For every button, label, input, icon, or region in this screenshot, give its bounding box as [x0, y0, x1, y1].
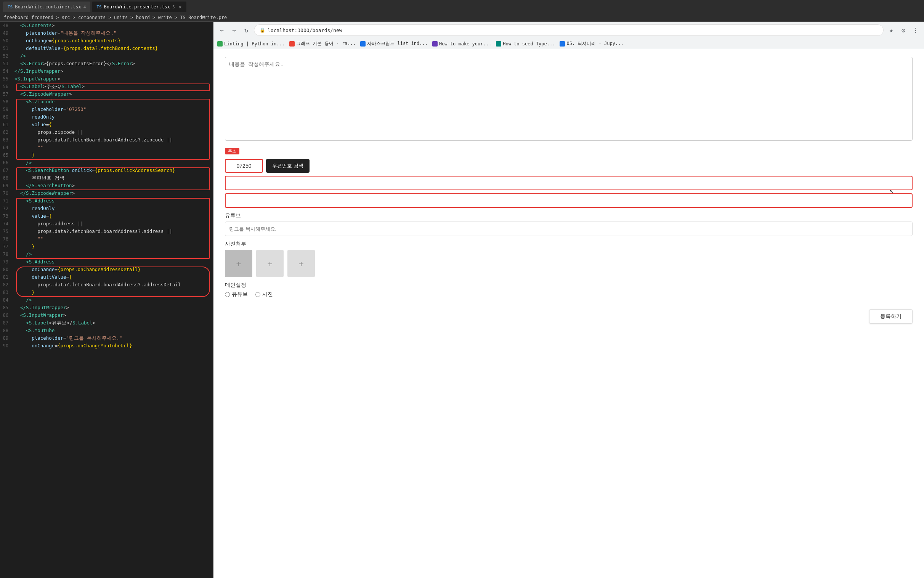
line-number: 86 — [0, 312, 15, 319]
zipcode-input[interactable] — [225, 159, 263, 173]
tab-container[interactable]: TS BoardWrite.container.tsx 4 — [3, 2, 90, 12]
line-number: 50 — [0, 37, 15, 45]
code-line: 79 <S.Address — [0, 258, 213, 266]
code-line: 57 <S.ZipcodeWrapper> — [0, 90, 213, 98]
code-content: } — [15, 243, 35, 250]
radio-photo[interactable] — [255, 292, 260, 297]
radio-youtube-item[interactable]: 유튜브 — [225, 291, 248, 298]
youtube-input[interactable] — [225, 221, 913, 236]
code-content: /> — [15, 296, 32, 304]
code-line: 62 props.zipcode || — [0, 128, 213, 136]
code-line: 49 placeholder="내용을 작성해주세요." — [0, 29, 213, 37]
code-content: <S.Label>주소</S.Label> — [15, 83, 84, 90]
code-content: } — [15, 151, 35, 159]
code-content: </S.InputWrapper> — [15, 304, 69, 312]
photo-section: 사진첨부 + + + — [225, 240, 913, 277]
youtube-section: 유튜브 — [225, 213, 913, 236]
photo-box-2[interactable]: + — [256, 250, 284, 277]
code-content: "" — [15, 144, 43, 151]
tab-close-btn[interactable]: × — [179, 4, 182, 10]
line-number: 63 — [0, 136, 15, 144]
lock-icon: 🔒 — [259, 28, 265, 33]
code-line: 67 <S.SearchButton onClick={props.onClic… — [0, 167, 213, 174]
address-input-main[interactable] — [225, 176, 913, 190]
breadcrumb-text: freeboard_frontend > src > components > … — [4, 15, 227, 20]
line-number: 78 — [0, 250, 15, 258]
code-line: 54</S.InputWrapper> — [0, 68, 213, 75]
bookmark-item[interactable]: How to make your... — [432, 41, 491, 47]
browser-panel: ← → ↻ 🔒 localhost:3000/boards/new ★ ☮ ⋮ … — [214, 22, 924, 578]
code-line: 87 <S.Label>유튜브</S.Label> — [0, 319, 213, 327]
code-line: 70 </S.ZipcodeWrapper> — [0, 190, 213, 197]
code-line: 81 defaultValue={ — [0, 273, 213, 281]
line-number: 76 — [0, 235, 15, 243]
line-number: 79 — [0, 258, 15, 266]
address-section: 주소 우편번호 검색 — [225, 148, 913, 208]
main-settings-section: 메인설정 유튜브 사진 — [225, 282, 913, 298]
address-input-detail[interactable] — [225, 193, 913, 208]
menu-button[interactable]: ⋮ — [911, 26, 920, 35]
line-number: 53 — [0, 60, 15, 68]
submit-row: 등록하기 — [225, 305, 913, 324]
bookmark-item[interactable]: 자바스크립트 list ind... — [360, 41, 428, 47]
radio-photo-item[interactable]: 사진 — [255, 291, 273, 298]
code-line: 90 onChange={props.onChangeYoutubeUrl} — [0, 342, 213, 350]
code-content: <S.Youtube — [15, 327, 55, 334]
line-number: 62 — [0, 128, 15, 136]
bookmark-label: How to seed Type... — [503, 41, 555, 47]
bookmark-label: 05. 딕셔너리 · Jupy... — [566, 41, 623, 47]
line-number: 70 — [0, 190, 15, 197]
tab-num-presenter: 5 — [172, 5, 175, 10]
extensions-button[interactable]: ☮ — [899, 26, 908, 35]
line-number: 54 — [0, 68, 15, 75]
bookmark-icon — [217, 41, 223, 47]
code-line: 64 "" — [0, 144, 213, 151]
reload-button[interactable]: ↻ — [242, 26, 251, 35]
code-content: <S.Address — [15, 197, 55, 205]
back-button[interactable]: ← — [217, 26, 227, 35]
code-content: placeholder="07250" — [15, 106, 86, 113]
forward-button[interactable]: → — [230, 26, 238, 35]
line-number: 49 — [0, 29, 15, 37]
contents-textarea[interactable] — [225, 57, 913, 141]
code-content: </S.ZipcodeWrapper> — [15, 190, 75, 197]
line-number: 48 — [0, 22, 15, 29]
bookmark-icon — [559, 41, 565, 47]
code-line: 75 props.data?.fetchBoard.boardAddress?.… — [0, 227, 213, 235]
search-address-button[interactable]: 우편번호 검색 — [266, 159, 310, 173]
bookmark-item[interactable]: How to seed Type... — [496, 41, 555, 47]
line-number: 71 — [0, 197, 15, 205]
browser-chrome: ← → ↻ 🔒 localhost:3000/boards/new ★ ☮ ⋮ … — [214, 22, 924, 49]
line-number: 77 — [0, 243, 15, 250]
code-line: 52 /> — [0, 52, 213, 60]
bookmark-item[interactable]: Linting | Python in... — [217, 41, 285, 47]
photo-box-3[interactable]: + — [287, 250, 315, 277]
photo-box-1[interactable]: + — [225, 250, 252, 277]
code-content: props.data?.fetchBoard.boardAddress?.zip… — [15, 136, 172, 144]
star-button[interactable]: ★ — [887, 26, 896, 35]
main-content: 48 <S.Contents>49 placeholder="내용을 작성해주세… — [0, 22, 924, 578]
bookmark-label: 그래프 기본 용어 · ra... — [296, 41, 356, 47]
main-settings-label: 메인설정 — [225, 282, 913, 289]
line-number: 52 — [0, 52, 15, 60]
code-line: 82 props.data?.fetchBoard.boardAddress?.… — [0, 281, 213, 289]
bookmark-icon — [432, 41, 438, 47]
line-number: 90 — [0, 342, 15, 350]
radio-group: 유튜브 사진 — [225, 291, 913, 298]
line-number: 67 — [0, 167, 15, 174]
code-line: 88 <S.Youtube — [0, 327, 213, 334]
code-line: 77 } — [0, 243, 213, 250]
code-content: props.zipcode || — [15, 128, 83, 136]
code-content: } — [15, 289, 35, 296]
bookmark-item[interactable]: 그래프 기본 용어 · ra... — [289, 41, 356, 47]
tab-label-presenter: BoardWrite.presenter.tsx — [104, 4, 170, 10]
code-line: 73 value={ — [0, 213, 213, 220]
bookmark-item[interactable]: 05. 딕셔너리 · Jupy... — [559, 41, 623, 47]
code-line: 74 props.address || — [0, 220, 213, 227]
address-bar[interactable]: 🔒 localhost:3000/boards/new — [254, 24, 883, 36]
tab-presenter[interactable]: TS BoardWrite.presenter.tsx 5 × — [92, 2, 186, 12]
submit-button[interactable]: 등록하기 — [869, 309, 913, 324]
line-number: 72 — [0, 205, 15, 213]
code-line: 78 /> — [0, 250, 213, 258]
radio-youtube[interactable] — [225, 292, 230, 297]
